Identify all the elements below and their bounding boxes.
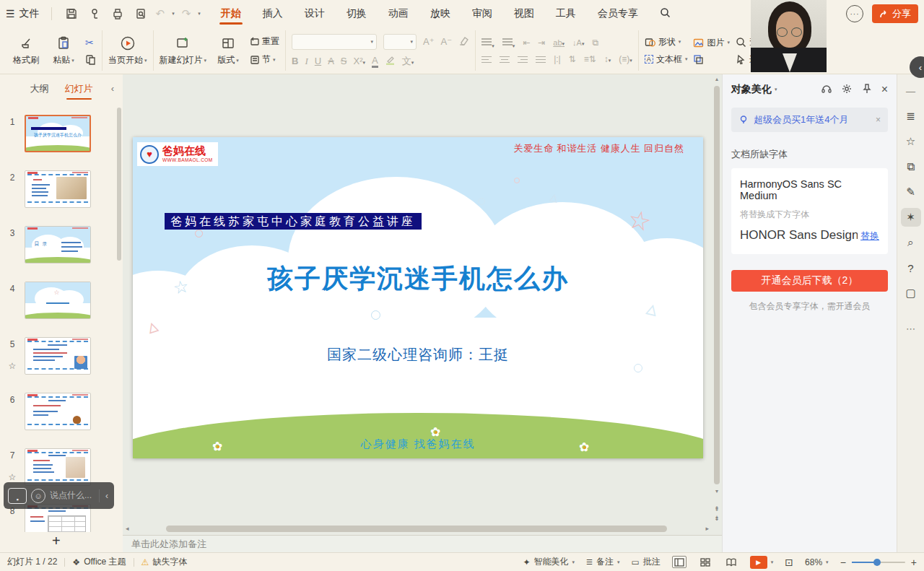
- slideshow-play-button[interactable]: ▶: [750, 556, 767, 569]
- slide-thumbnail-1[interactable]: 孩子厌学沉迷手机怎么办: [25, 115, 91, 152]
- scroll-up-icon[interactable]: ▴: [712, 76, 721, 82]
- slide-thumbnail-3[interactable]: 目 录: [25, 226, 91, 263]
- slide-sorter-view-button[interactable]: [698, 556, 712, 568]
- replace-link[interactable]: 替换: [860, 230, 879, 243]
- member-download-button[interactable]: 开通会员后下载（2）: [731, 270, 888, 292]
- share-button[interactable]: 分享: [872, 4, 918, 23]
- scroll-left-icon[interactable]: ◂: [126, 525, 129, 532]
- vertical-scrollbar[interactable]: ▴ ▾: [712, 76, 721, 494]
- member-promo-banner[interactable]: 超级会员买1年送4个月 ×: [731, 108, 888, 132]
- theme-button[interactable]: ❖ Office 主题: [72, 556, 126, 568]
- text-direction-button[interactable]: ↓A▾: [572, 38, 584, 47]
- para-spacing-icon[interactable]: ≡⇅: [584, 54, 596, 64]
- tab-insert[interactable]: 插入: [261, 1, 284, 26]
- align-right-icon[interactable]: [518, 54, 528, 65]
- panel-title[interactable]: 对象美化: [731, 83, 772, 96]
- arrange-button[interactable]: [693, 54, 730, 65]
- tab-review[interactable]: 审阅: [471, 1, 494, 26]
- tab-outline[interactable]: 大纲: [29, 78, 51, 100]
- print-preview-icon[interactable]: [133, 6, 149, 22]
- text-tool-button[interactable]: 文▾: [402, 55, 414, 68]
- font-size-select[interactable]: ▾: [383, 34, 417, 50]
- copy-button[interactable]: [85, 54, 96, 65]
- tab-slides[interactable]: 幻灯片: [64, 78, 95, 100]
- gear-icon[interactable]: [841, 83, 853, 97]
- smart-align-button[interactable]: (≡)▾: [619, 54, 632, 64]
- rail-more-icon[interactable]: ⋯: [901, 319, 921, 338]
- slide-thumbnail-2[interactable]: [25, 170, 91, 208]
- vertical-scroll-thumb[interactable]: [714, 86, 720, 484]
- tab-transition[interactable]: 切换: [345, 1, 368, 26]
- close-panel-icon[interactable]: ×: [881, 83, 888, 96]
- rail-animation-icon[interactable]: ☆: [901, 132, 921, 151]
- headset-icon[interactable]: [821, 83, 832, 97]
- pin-icon[interactable]: [861, 83, 873, 97]
- align-center-icon[interactable]: [500, 54, 510, 65]
- ribbon-search-icon[interactable]: [658, 1, 672, 26]
- fit-window-button[interactable]: ⊡: [785, 557, 793, 568]
- slide-footer-text[interactable]: 心身健康 找爸妈在线: [133, 437, 703, 451]
- chat-collapse-icon[interactable]: ‹: [104, 491, 110, 501]
- slide-motto-text[interactable]: 关爱生命 和谐生活 健康人生 回归自然: [513, 142, 684, 155]
- slide-thumbnail-7[interactable]: [25, 448, 91, 486]
- undo-icon[interactable]: ↶: [156, 7, 165, 20]
- smart-beautify-button[interactable]: ✦ 智能美化 ▾: [523, 556, 575, 568]
- panel-scrollbar[interactable]: [117, 108, 121, 261]
- row-spacing-icon[interactable]: ⇅: [569, 54, 576, 64]
- previous-slide-icon[interactable]: ⇞: [714, 505, 720, 513]
- char-border-button[interactable]: A: [328, 56, 334, 66]
- chat-input[interactable]: 说点什么...: [50, 489, 95, 502]
- reading-view-button[interactable]: [724, 556, 738, 568]
- notes-bar[interactable]: 单击此处添加备注: [123, 535, 722, 552]
- horizontal-scrollbar[interactable]: ◂ ▸: [123, 523, 722, 535]
- emoji-icon[interactable]: ☺: [31, 489, 45, 503]
- quickbar-caret-icon[interactable]: ▾: [198, 11, 201, 17]
- underline-button[interactable]: U: [315, 56, 321, 66]
- play-options-caret-icon[interactable]: ▾: [771, 559, 774, 565]
- shapes-button[interactable]: 形状▾: [645, 36, 688, 48]
- rail-beautify-icon[interactable]: ✶: [901, 208, 921, 227]
- tab-home[interactable]: 开始: [219, 1, 243, 26]
- decrease-indent-icon[interactable]: ⇤: [523, 38, 530, 48]
- rail-ink-icon[interactable]: ✎: [901, 183, 921, 201]
- numbering-button[interactable]: ▾: [502, 37, 515, 50]
- convert-diagram-icon[interactable]: ⧉: [592, 38, 598, 48]
- missing-font-warning[interactable]: ⚠ 缺失字体: [141, 556, 188, 568]
- char-spacing-button[interactable]: ab▾: [553, 38, 565, 47]
- tab-tools[interactable]: 工具: [554, 1, 578, 26]
- bamaol-logo[interactable]: ♥ 爸妈在线 WWW.BAMAOL.COM: [137, 142, 218, 166]
- zoom-slider-knob[interactable]: [873, 559, 881, 566]
- align-left-icon[interactable]: [481, 54, 492, 65]
- font-name-select[interactable]: ▾: [292, 34, 377, 50]
- rail-transition-icon[interactable]: ⧉: [901, 157, 921, 176]
- rail-properties-icon[interactable]: ≣: [901, 107, 921, 126]
- tab-member[interactable]: 会员专享: [596, 1, 640, 26]
- export-icon[interactable]: [87, 6, 103, 22]
- message-cloud-icon[interactable]: ···: [846, 5, 863, 22]
- slide-canvas[interactable]: ♥ 爸妈在线 WWW.BAMAOL.COM 关爱生命 和谐生活 健康人生 回归自…: [123, 74, 722, 523]
- section-button[interactable]: 节▾: [250, 53, 279, 66]
- format-painter-button[interactable]: 格式刷: [10, 35, 42, 66]
- font-color-button[interactable]: A: [372, 55, 378, 68]
- italic-button[interactable]: I: [305, 56, 308, 67]
- justify-icon[interactable]: [536, 54, 546, 65]
- slide-title-text[interactable]: 孩子厌学沉迷手机怎么办: [133, 261, 703, 297]
- play-from-current-button[interactable]: 当页开始▾: [108, 35, 147, 66]
- slide-thumbnail-4[interactable]: ☆: [25, 282, 91, 319]
- rail-collapse-icon[interactable]: —: [901, 82, 921, 100]
- zoom-out-button[interactable]: −: [840, 557, 846, 568]
- panel-collapse-icon[interactable]: ‹: [111, 83, 114, 94]
- superscript-button[interactable]: X²▾: [354, 56, 366, 66]
- decrease-font-button[interactable]: A⁻: [441, 36, 453, 47]
- picture-button[interactable]: 图片▾: [693, 37, 730, 49]
- increase-indent-icon[interactable]: ⇥: [538, 38, 545, 48]
- scroll-down-icon[interactable]: ▾: [712, 488, 721, 494]
- tab-view[interactable]: 视图: [513, 1, 536, 26]
- add-slide-button[interactable]: +: [52, 533, 61, 549]
- tab-animation[interactable]: 动画: [387, 1, 410, 26]
- dismiss-promo-icon[interactable]: ×: [876, 115, 881, 125]
- new-slide-button[interactable]: 新建幻灯片▾: [160, 35, 207, 66]
- layout-button[interactable]: 版式▾: [212, 35, 244, 66]
- slide-banner-text[interactable]: 爸妈在线苏家屯中心家庭教育公益讲座: [165, 213, 422, 230]
- notes-button[interactable]: ☰ 备注 ▾: [586, 556, 619, 568]
